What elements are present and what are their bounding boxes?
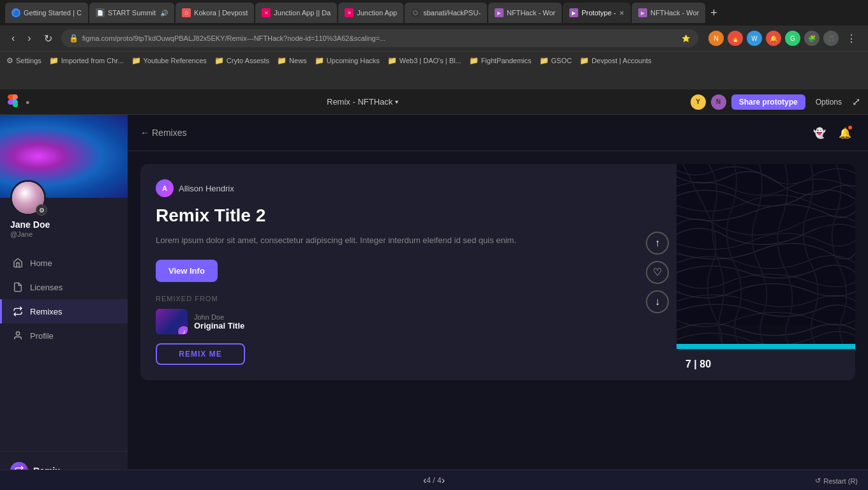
tab-kokora[interactable]: D Kokora | Devpost: [176, 3, 254, 23]
svg-point-1: [16, 332, 19, 335]
back-arrow-icon: ←: [140, 128, 149, 138]
tab-prototype[interactable]: ▶ Prototype - ✕: [563, 3, 631, 23]
ghost-icon-button[interactable]: 👻: [809, 122, 830, 143]
like-button[interactable]: ♡: [646, 261, 669, 284]
bookmark-fightpandemics[interactable]: 📁 FightPandemics: [469, 56, 532, 65]
folder-icon-2: 📁: [131, 56, 141, 65]
sidebar-nav: Home Licenses: [0, 251, 128, 451]
action-buttons: ↑ ♡ ↓: [638, 164, 677, 380]
content-header: ← Remixes 👻 🔔: [128, 115, 868, 151]
extension-icon-1[interactable]: N: [708, 31, 724, 46]
nft-counter: 7 | 80: [685, 359, 711, 370]
sidebar-item-licenses[interactable]: Licenses: [0, 275, 128, 299]
tab-github[interactable]: ⬡ sbanati/HackPSU-: [405, 3, 487, 23]
back-button[interactable]: ‹: [8, 30, 19, 47]
nft-image: 7 | 80: [677, 164, 855, 380]
sidebar-profile: ⚙ Jane Doe @Jane: [0, 180, 128, 238]
upvote-button[interactable]: ↑: [646, 232, 669, 255]
figma-toolbar: ● Remix - NFTHack ▾ Y N Share prototype …: [0, 89, 868, 115]
extension-icon-6[interactable]: 🧩: [804, 31, 819, 46]
options-button[interactable]: Options: [811, 95, 847, 109]
sidebar-item-profile[interactable]: Profile: [0, 323, 128, 348]
bookmark-crypto[interactable]: 📁 Cryto Assests: [214, 56, 269, 65]
bookmark-upcoming-hacks[interactable]: 📁 Upcoming Hacks: [315, 56, 380, 65]
sidebar-item-home[interactable]: Home: [0, 251, 128, 275]
user-handle: @Jane: [10, 230, 33, 238]
original-author-name: John Doe: [194, 313, 623, 321]
extension-icon-4[interactable]: 🔔: [766, 31, 781, 46]
remix-info: A Allison Hendrix Remix Title 2 Lorem ip…: [140, 164, 638, 380]
svg-point-0: [13, 102, 18, 107]
bookmark-devpost[interactable]: 📁 Devpost | Accounts: [580, 56, 652, 65]
remix-title: Remix Title 2: [156, 205, 623, 226]
tab-nfthack-2[interactable]: ▶ NFTHack - Wor: [632, 3, 705, 23]
notification-badge: [848, 125, 853, 130]
page-indicator: 4 / 4: [426, 476, 441, 485]
fullscreen-button[interactable]: ⤢: [852, 96, 860, 108]
next-page-button[interactable]: ›: [442, 475, 445, 486]
share-prototype-button[interactable]: Share prototype: [731, 94, 805, 110]
bookmarks-bar: ⚙ Settings 📁 Imported from Chr... 📁 Yout…: [0, 51, 868, 69]
new-tab-button[interactable]: +: [707, 6, 721, 20]
remix-card: A Allison Hendrix Remix Title 2 Lorem ip…: [140, 164, 855, 380]
back-button[interactable]: ← Remixes: [140, 128, 186, 138]
view-info-button[interactable]: View Info: [156, 260, 218, 282]
folder-icon-5: 📁: [315, 56, 324, 65]
folder-icon-7: 📁: [469, 56, 479, 65]
remix-author: A Allison Hendrix: [156, 179, 623, 197]
folder-icon-9: 📁: [580, 56, 589, 65]
browser-menu-button[interactable]: ⋮: [842, 30, 860, 47]
tab-nfthack-1[interactable]: ▶ NFTHack - Wor: [488, 3, 562, 23]
extension-icon-5[interactable]: G: [785, 31, 800, 46]
up-arrow-icon: ↑: [655, 237, 660, 249]
remixed-from-label: REMIXED FROM: [156, 295, 623, 302]
reload-button[interactable]: ↻: [40, 30, 56, 47]
bookmark-youtube[interactable]: 📁 Youtube References: [131, 56, 207, 65]
extension-icon-3[interactable]: W: [747, 31, 762, 46]
settings-gear-icon[interactable]: ⚙: [36, 204, 47, 216]
remix-description: Lorem ipsum dolor sit amet, consectetur …: [156, 234, 623, 248]
tab-start-summit[interactable]: 📄 START Summit 🔊: [89, 3, 174, 23]
original-info: John Doe Original Title: [194, 313, 623, 330]
down-arrow-icon: ↓: [655, 296, 660, 308]
tab-close-icon[interactable]: ✕: [619, 10, 624, 17]
sidebar-item-remixes[interactable]: Remixes: [0, 299, 128, 323]
heart-icon: ♡: [653, 266, 662, 278]
restart-icon: ↺: [815, 477, 821, 485]
bookmark-news[interactable]: 📁 News: [277, 56, 307, 65]
ghost-icon: 👻: [813, 127, 826, 139]
extension-icon-7[interactable]: 🎵: [823, 31, 839, 46]
chevron-down-icon: ▾: [395, 98, 398, 105]
original-thumbnail: J: [156, 309, 188, 334]
avatar-user-2: N: [711, 94, 726, 110]
app-container: ⚙ Jane Doe @Jane Home: [0, 115, 868, 490]
original-card: J John Doe Original Title: [156, 309, 623, 334]
tab-junction-app-2[interactable]: ✕ Junction App: [338, 3, 403, 23]
bottom-bar: ‹ 4 / 4 › ↺ Restart (R): [0, 470, 868, 490]
bookmark-gsoc[interactable]: 📁 GSOC: [539, 56, 572, 65]
bookmark-web3[interactable]: 📁 Web3 | DAO's | Bl...: [387, 56, 461, 65]
notification-button[interactable]: 🔔: [835, 122, 855, 143]
remixed-from-section: REMIXED FROM J John Doe Original Title R…: [156, 295, 623, 365]
bookmark-settings[interactable]: ⚙ Settings: [6, 56, 41, 65]
nav-bar: ‹ › ↻ 🔒 figma.com/proto/9tpTkdOuwqPBALJ8…: [0, 26, 868, 51]
downvote-button[interactable]: ↓: [646, 290, 669, 313]
figma-logo-icon: [8, 94, 18, 110]
folder-icon: 📁: [49, 56, 59, 65]
forward-button[interactable]: ›: [24, 30, 34, 47]
address-bar[interactable]: 🔒 figma.com/proto/9tpTkdOuwqPBALJ82x5EKY…: [61, 29, 698, 47]
restart-button[interactable]: ↺ Restart (R): [815, 477, 858, 485]
tab-getting-started[interactable]: 🔵 Getting Started | C: [5, 3, 88, 23]
bookmark-imported[interactable]: 📁 Imported from Chr...: [49, 56, 124, 65]
author-name: Allison Hendrix: [179, 184, 234, 193]
author-avatar: A: [156, 179, 174, 197]
original-author-avatar: J: [177, 325, 188, 334]
extension-icon-2[interactable]: 🔥: [728, 31, 743, 46]
main-content: ← Remixes 👻 🔔 A Allison Hendrix Remix Ti…: [128, 115, 868, 490]
home-icon: [12, 257, 24, 269]
tab-junction-app-1[interactable]: ✕ Junction App || Da: [255, 3, 337, 23]
original-title: Original Title: [194, 321, 623, 330]
profile-icon: [12, 330, 24, 341]
remix-me-button[interactable]: REMIX ME: [156, 343, 245, 365]
licenses-icon: [12, 281, 24, 293]
